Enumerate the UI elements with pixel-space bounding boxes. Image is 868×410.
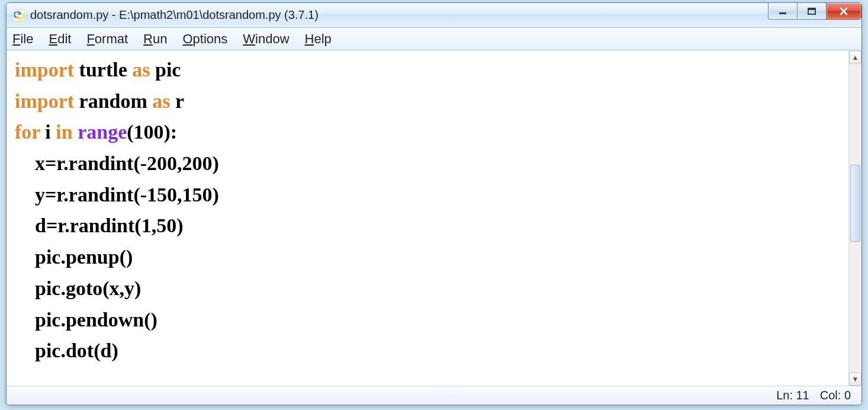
window-controls (769, 3, 861, 20)
client-area: import turtle as pic import random as r … (7, 50, 861, 386)
scroll-down-icon[interactable]: ▼ (849, 373, 861, 386)
keyword-for: for (15, 121, 40, 143)
builtin-range: range (78, 121, 127, 143)
svg-rect-3 (779, 12, 786, 14)
code-line: y=r.randint(-150,150) (15, 184, 219, 206)
idle-editor-window: dotsrandom.py - E:\pmath2\m01\dotsrandom… (6, 2, 862, 405)
python-idle-icon (12, 9, 25, 22)
keyword-import: import (15, 90, 74, 112)
code-line: pic.penup() (15, 246, 133, 268)
menu-format[interactable]: Format (86, 31, 128, 47)
titlebar[interactable]: dotsrandom.py - E:\pmath2\m01\dotsrandom… (7, 3, 861, 28)
svg-rect-5 (808, 8, 815, 10)
minimize-button[interactable] (768, 3, 798, 20)
menu-file[interactable]: File (12, 31, 33, 47)
keyword-in: in (56, 121, 72, 143)
code-editor[interactable]: import turtle as pic import random as r … (7, 51, 848, 386)
window-title: dotsrandom.py - E:\pmath2\m01\dotsrandom… (30, 8, 319, 22)
svg-point-1 (15, 12, 17, 13)
menu-options[interactable]: Options (182, 31, 227, 47)
keyword-as: as (132, 59, 150, 81)
menu-edit[interactable]: Edit (49, 31, 71, 47)
menu-help[interactable]: Help (305, 31, 332, 47)
svg-point-2 (21, 17, 22, 18)
keyword-import: import (15, 59, 74, 81)
statusbar: Ln: 11 Col: 0 (7, 386, 861, 405)
code-line: pic.pendown() (15, 309, 157, 331)
menubar: File Edit Format Run Options Window Help (7, 28, 861, 50)
code-line: pic.dot(d) (15, 339, 118, 361)
scrollbar-track[interactable] (849, 64, 861, 373)
code-line: x=r.randint(-200,200) (15, 152, 219, 174)
menu-run[interactable]: Run (143, 31, 167, 47)
status-line: Ln: 11 (776, 389, 809, 402)
vertical-scrollbar[interactable]: ▲ ▼ (848, 51, 861, 386)
scrollbar-thumb[interactable] (850, 165, 860, 242)
close-button[interactable] (826, 3, 861, 20)
code-line: d=r.randint(1,50) (15, 214, 183, 236)
status-column: Col: 0 (820, 389, 851, 402)
maximize-button[interactable] (797, 3, 827, 20)
menu-window[interactable]: Window (243, 31, 289, 47)
scroll-up-icon[interactable]: ▲ (849, 51, 861, 64)
code-line: pic.goto(x,y) (15, 277, 141, 299)
keyword-as: as (152, 90, 170, 112)
